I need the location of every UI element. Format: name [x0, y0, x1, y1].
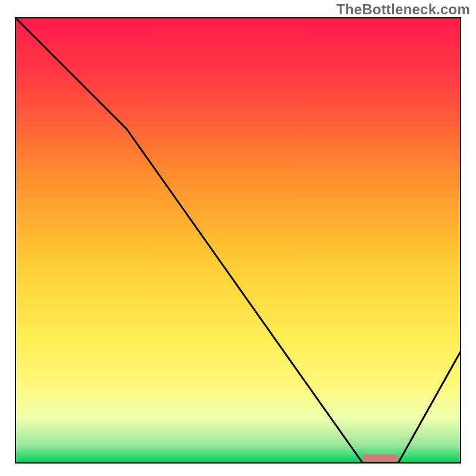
optimal-range-marker — [362, 455, 398, 462]
chart-container: { "watermark": "TheBottleneck.com", "cha… — [0, 0, 476, 476]
chart-svg — [0, 0, 476, 476]
watermark-text: TheBottleneck.com — [336, 1, 470, 18]
